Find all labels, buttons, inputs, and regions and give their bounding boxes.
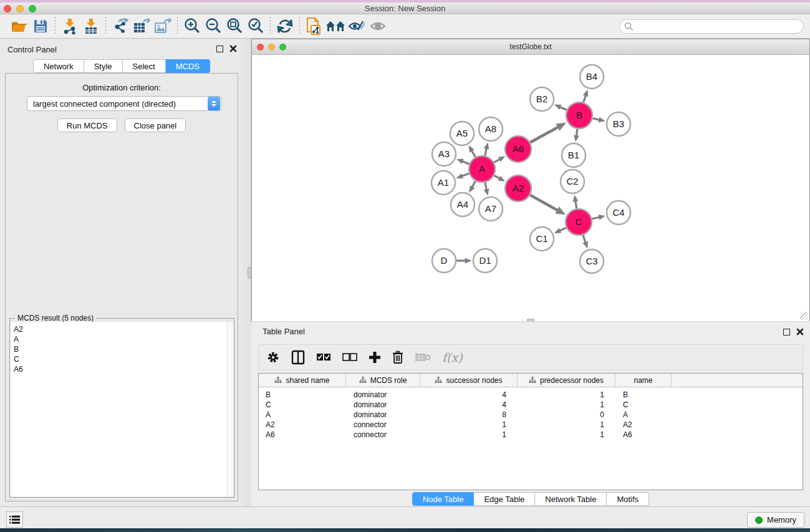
- graph-edge-A-A2[interactable]: [494, 175, 499, 178]
- graph-node-B1[interactable]: B1: [562, 143, 586, 167]
- graph-edge-A-A4[interactable]: [472, 181, 475, 187]
- graph-edge-C-C4[interactable]: [592, 217, 599, 219]
- result-item[interactable]: A6: [14, 364, 227, 374]
- graph-edge-C-C2[interactable]: [576, 201, 577, 209]
- zoom-out-button[interactable]: [203, 16, 224, 36]
- network-canvas[interactable]: B4B2BB3A5A8A6B1A3AC2A1A2A4A7C4CC1C3DD1: [252, 56, 809, 321]
- mcds-result-list[interactable]: A2 A B C A6: [11, 322, 228, 496]
- graph-edge-B-B3[interactable]: [592, 118, 599, 120]
- graph-node-A7[interactable]: A7: [479, 197, 503, 221]
- maximize-network-button[interactable]: [279, 44, 286, 51]
- show-columns-button[interactable]: [291, 350, 305, 365]
- tab-motifs[interactable]: Motifs: [607, 492, 649, 506]
- resize-grip[interactable]: [800, 312, 808, 320]
- birdseye-view-button[interactable]: [367, 16, 388, 36]
- graph-node-B3[interactable]: B3: [607, 112, 630, 136]
- tab-style[interactable]: Style: [84, 59, 123, 73]
- window-controls[interactable]: [4, 5, 36, 12]
- network-graph[interactable]: B4B2BB3A5A8A6B1A3AC2A1A2A4A7C4CC1C3DD1: [252, 56, 809, 321]
- result-item[interactable]: A2: [14, 324, 227, 334]
- table-settings-button[interactable]: [266, 351, 280, 364]
- search-field[interactable]: [619, 19, 804, 34]
- criterion-dropdown[interactable]: largest connected component (directed): [27, 96, 221, 111]
- graph-node-C1[interactable]: C1: [530, 227, 554, 251]
- graph-node-A3[interactable]: A3: [432, 142, 456, 166]
- add-column-button[interactable]: [369, 351, 381, 364]
- column-header-predecessor-nodes[interactable]: predecessor nodes: [518, 374, 615, 387]
- tab-node-table[interactable]: Node Table: [412, 492, 475, 506]
- tab-network[interactable]: Network: [33, 59, 84, 73]
- tab-mcds[interactable]: MCDS: [166, 59, 210, 73]
- hide-details-button[interactable]: [346, 16, 367, 36]
- graph-node-D1[interactable]: D1: [473, 249, 497, 273]
- graph-node-C[interactable]: C: [566, 209, 592, 235]
- export-table-button[interactable]: [131, 16, 152, 36]
- graph-edge-A-A7[interactable]: [485, 182, 486, 189]
- graph-edge-A6-B[interactable]: [530, 127, 558, 143]
- graph-edge-C-C3[interactable]: [583, 235, 586, 243]
- result-item[interactable]: A: [14, 334, 227, 344]
- column-header-name[interactable]: name: [615, 374, 672, 387]
- graph-node-C3[interactable]: C3: [580, 249, 604, 273]
- zoom-fit-button[interactable]: [224, 16, 245, 36]
- table-row[interactable]: A6 connector 1 1 A6: [259, 430, 803, 440]
- import-network-button[interactable]: [59, 16, 80, 36]
- graph-node-C2[interactable]: C2: [561, 170, 584, 193]
- export-image-button[interactable]: [152, 16, 173, 36]
- graph-node-C4[interactable]: C4: [607, 201, 630, 225]
- close-panel-icon[interactable]: [229, 45, 237, 52]
- result-scrollbar[interactable]: [227, 322, 233, 496]
- graph-node-A1[interactable]: A1: [432, 171, 455, 195]
- tab-select[interactable]: Select: [123, 59, 166, 73]
- column-header-successor-nodes[interactable]: successor nodes: [420, 374, 518, 387]
- network-window-titlebar[interactable]: testGlobe.txt: [252, 39, 809, 55]
- graph-edge-B-B2[interactable]: [560, 107, 567, 110]
- home-view-button[interactable]: [325, 16, 346, 36]
- table-row[interactable]: A2 connector 1 1 A2: [259, 420, 803, 430]
- table-row[interactable]: C dominator 4 1 C: [259, 400, 803, 410]
- memory-button[interactable]: Memory: [747, 512, 804, 528]
- run-mcds-button[interactable]: Run MCDS: [57, 118, 117, 132]
- graph-node-D[interactable]: D: [432, 249, 456, 273]
- close-window-button[interactable]: [4, 5, 11, 12]
- column-header-mcds-role[interactable]: MCDS role: [346, 374, 420, 387]
- result-item[interactable]: C: [14, 354, 227, 364]
- graph-node-A6[interactable]: A6: [505, 136, 531, 162]
- graph-edge-B-B4[interactable]: [584, 95, 586, 102]
- network-window-controls[interactable]: [257, 44, 286, 51]
- close-table-panel-icon[interactable]: [796, 328, 804, 336]
- graph-edge-A-A8[interactable]: [485, 148, 486, 155]
- import-table-button[interactable]: [80, 16, 102, 36]
- graph-edge-B-B1[interactable]: [576, 129, 577, 136]
- result-item[interactable]: B: [14, 344, 227, 354]
- network-from-selection-button[interactable]: [304, 16, 325, 36]
- export-network-button[interactable]: [110, 16, 131, 36]
- table-row[interactable]: A dominator 8 0 A: [259, 410, 803, 420]
- table-row[interactable]: B dominator 4 1 B: [259, 390, 803, 400]
- minimize-network-button[interactable]: [268, 44, 275, 51]
- maximize-window-button[interactable]: [29, 5, 36, 12]
- float-table-panel-icon[interactable]: [783, 329, 790, 336]
- task-history-button[interactable]: [6, 511, 23, 528]
- search-input[interactable]: [619, 19, 804, 34]
- select-all-button[interactable]: [316, 353, 331, 362]
- graph-edge-A-A1[interactable]: [462, 173, 469, 176]
- graph-edge-A2-C[interactable]: [530, 195, 557, 211]
- graph-node-A8[interactable]: A8: [479, 117, 503, 141]
- minimize-window-button[interactable]: [16, 5, 24, 12]
- apply-layout-button[interactable]: [274, 16, 296, 36]
- graph-edge-A-A5[interactable]: [472, 151, 476, 157]
- open-session-button[interactable]: [9, 16, 30, 36]
- close-network-button[interactable]: [257, 44, 264, 51]
- graph-node-A2[interactable]: A2: [505, 175, 531, 201]
- graph-node-A4[interactable]: A4: [451, 193, 475, 216]
- delete-column-button[interactable]: [392, 351, 403, 364]
- graph-edge-A-A3[interactable]: [463, 162, 470, 164]
- zoom-selected-button[interactable]: [245, 16, 266, 36]
- table-header-row[interactable]: shared name MCDS role successor nodes pr…: [259, 374, 803, 387]
- tab-edge-table[interactable]: Edge Table: [474, 492, 535, 506]
- graph-node-B[interactable]: B: [566, 102, 592, 128]
- close-panel-button[interactable]: Close panel: [125, 118, 186, 132]
- graph-edge-A-A6[interactable]: [494, 159, 499, 162]
- graph-edge-C-C1[interactable]: [560, 228, 566, 231]
